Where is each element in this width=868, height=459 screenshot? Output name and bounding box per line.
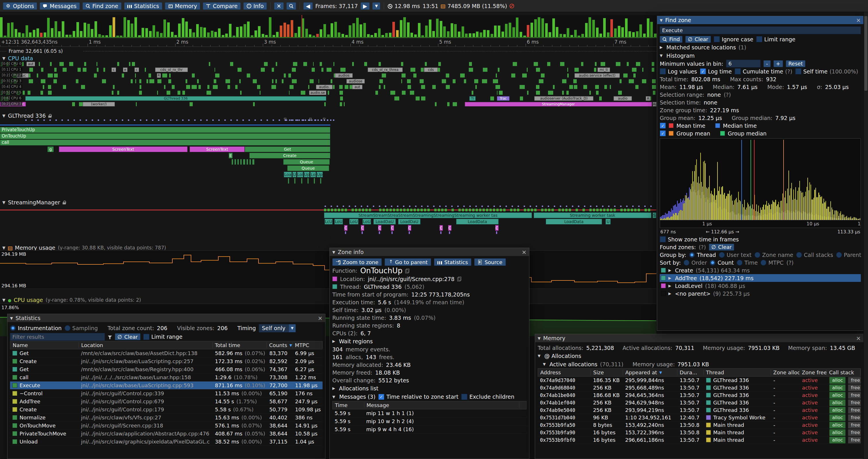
clear-filter-button[interactable]: ∅Clear bbox=[115, 333, 141, 340]
table-row[interactable]: Createjni/../jni/src/guif/Control.cpp:17… bbox=[10, 405, 322, 414]
close-icon[interactable]: × bbox=[856, 17, 861, 23]
zone[interactable] bbox=[294, 178, 296, 184]
column-header-name[interactable]: Name bbox=[10, 342, 79, 348]
free-callstack-button[interactable]: free bbox=[848, 414, 861, 421]
find-zone-titlebar[interactable]: ▼ Find zone × bbox=[657, 16, 863, 24]
group-by-zone-name[interactable] bbox=[754, 252, 760, 258]
active-allocations-toggle[interactable]: ▼Active allocations(70,311)Memory usage:… bbox=[538, 360, 861, 368]
zone[interactable]: Aud bbox=[653, 102, 657, 106]
toolbar-tool-search-icon[interactable] bbox=[286, 2, 296, 10]
clear-button[interactable]: ∅Clear bbox=[685, 36, 711, 43]
sort-by-order[interactable] bbox=[684, 260, 689, 265]
zone[interactable]: Loa bbox=[284, 172, 292, 177]
thread-zone[interactable]: PrivateTouchUp bbox=[0, 127, 330, 133]
column-header-mtpc[interactable]: MTPC bbox=[293, 342, 322, 348]
free-callstack-button[interactable]: free bbox=[848, 384, 861, 391]
self-time-checkbox[interactable] bbox=[795, 68, 801, 74]
zone[interactable]: c bbox=[134, 67, 139, 72]
alloc-callstack-button[interactable]: alloc bbox=[829, 377, 846, 384]
zone[interactable]: Queue bbox=[283, 159, 330, 165]
sort-by-mtpc[interactable] bbox=[761, 260, 766, 265]
section-header-memory-usage[interactable]: ▼Memory usage(y-range: 30.88 KB, visible… bbox=[2, 244, 166, 251]
table-row[interactable]: Normalizejni/../jni/src/claw/vfs/Vfs.cpp… bbox=[10, 414, 322, 422]
alloc-callstack-button[interactable]: alloc bbox=[829, 422, 846, 429]
log-time-checkbox[interactable]: ✓ bbox=[700, 68, 706, 74]
zone[interactable]: Ci bbox=[391, 225, 394, 231]
find-zone-query-input[interactable] bbox=[660, 26, 861, 34]
legend-checkbox[interactable]: ✓ bbox=[660, 130, 666, 136]
zone[interactable]: audio. bbox=[316, 85, 333, 89]
increment-button[interactable]: + bbox=[774, 60, 783, 67]
table-row[interactable]: 0x7553b9fbf016 bytes296,661,186ns13:50.7… bbox=[538, 436, 861, 444]
free-callstack-button[interactable]: free bbox=[848, 422, 861, 429]
show-zone-time-checkbox[interactable] bbox=[660, 236, 666, 242]
found-zone-row[interactable]: ▶AddTree(18,542) 227.19 ms bbox=[660, 274, 861, 282]
decrement-button[interactable]: - bbox=[764, 60, 771, 67]
zone[interactable]: C bbox=[361, 225, 364, 231]
found-zone-row[interactable]: ▶LoadLevel(18) 406.88 µs bbox=[660, 282, 861, 290]
zone[interactable]: audio.se bbox=[309, 91, 326, 95]
zone[interactable]: U bbox=[606, 219, 611, 225]
free-callstack-button[interactable]: free bbox=[848, 392, 861, 399]
zone[interactable] bbox=[246, 159, 248, 165]
column-header-zone-free[interactable]: Zone free bbox=[800, 369, 827, 375]
zone[interactable]: StreamingManager bbox=[465, 102, 652, 106]
zone[interactable]: e bbox=[123, 67, 127, 72]
table-row[interactable]: ~Controljni/../jni/src/guif/Control.cpp:… bbox=[10, 390, 322, 398]
prev-frame-button[interactable]: ◀ bbox=[303, 2, 313, 10]
column-header-thread[interactable]: Thread bbox=[704, 369, 771, 375]
memory-usage-plot[interactable] bbox=[0, 250, 656, 289]
toolbar-button-compare[interactable]: Compare bbox=[203, 2, 241, 10]
zone[interactable]: ScreenText bbox=[190, 146, 245, 152]
thread-zone[interactable]: call bbox=[0, 139, 330, 145]
frame-menu-button[interactable]: ▼ bbox=[372, 2, 380, 10]
zone[interactable]: cds bbox=[424, 67, 438, 72]
toolbar-button-statistics[interactable]: Statistics bbox=[124, 2, 162, 10]
legend-checkbox[interactable]: ✓ bbox=[660, 123, 666, 129]
column-header-message[interactable]: Message bbox=[364, 402, 519, 408]
alloc-callstack-button[interactable]: alloc bbox=[829, 437, 846, 444]
sort-by-time[interactable] bbox=[737, 260, 742, 265]
instrumentation-radio[interactable] bbox=[10, 325, 16, 331]
zone[interactable]: Up bbox=[316, 172, 323, 177]
table-row[interactable]: Get/mnt/e/claw/src/claw/base/AssetDict.h… bbox=[10, 349, 322, 357]
zone[interactable] bbox=[314, 178, 315, 184]
table-row[interactable]: 0x74ab1be040186.68 KB294,645,364ns13:50.… bbox=[538, 392, 861, 399]
wait-regions-toggle[interactable]: ▶Wait regions bbox=[332, 337, 526, 345]
zone[interactable]: cds_ol_rx_threa bbox=[368, 67, 403, 72]
column-header-dura[interactable]: Dura... bbox=[677, 369, 704, 375]
alloc-callstack-button[interactable]: alloc bbox=[829, 407, 846, 414]
zone[interactable]: LcU bbox=[324, 219, 333, 225]
table-row[interactable]: 0x74a9d37040186.35 KB295,999,844ns13:50.… bbox=[538, 376, 861, 384]
zone[interactable]: mi_ti bbox=[597, 67, 610, 72]
zone[interactable]: C bbox=[439, 225, 443, 231]
section-header-glthread-336[interactable]: ▼GLThread 336 bbox=[2, 112, 52, 119]
zone[interactable]: audios bbox=[335, 73, 353, 78]
memory-titlebar[interactable]: ▼ Memory × bbox=[535, 334, 863, 342]
table-row[interactable]: AddTreejni/../jni/src/guif/Control.cpp:6… bbox=[10, 398, 322, 405]
found-zone-row[interactable]: ▶Create(54,131) 643.34 ms bbox=[660, 266, 861, 274]
alloc-callstack-button[interactable]: alloc bbox=[829, 429, 846, 436]
table-row[interactable]: PrivateTouchMovejni/../jni/src/claw/appl… bbox=[10, 430, 322, 438]
zone[interactable] bbox=[240, 159, 242, 165]
zone[interactable]: C bbox=[378, 225, 381, 231]
toolbar-button-info[interactable]: Info bbox=[243, 2, 267, 10]
zone[interactable]: g bbox=[48, 146, 54, 152]
table-row[interactable]: OnTouchMovejni/../jni/src/guif/Screen.cp… bbox=[10, 422, 322, 430]
table-row[interactable]: 0x74ab1ef040256 KB294,629,948ns13:50.7GL… bbox=[538, 399, 861, 406]
zone[interactable]: Ci bbox=[448, 225, 452, 231]
zone[interactable]: GLThread 336 bbox=[25, 96, 326, 101]
time-relative-checkbox[interactable]: ✓ bbox=[378, 394, 384, 400]
group-by-call-stacks[interactable] bbox=[796, 252, 802, 258]
zone-info-titlebar[interactable]: ▼ Zone info × bbox=[330, 248, 529, 256]
limit-range-checkbox[interactable] bbox=[756, 36, 762, 42]
find-button[interactable]: Find bbox=[660, 36, 682, 43]
table-row[interactable]: 0x74ab9e5040256 KB293,994,219ns13:50.7GL… bbox=[538, 406, 861, 414]
zone[interactable]: StreamStreamStreaStreamStreamingStreamin… bbox=[324, 212, 532, 218]
section-header-cpu-usage[interactable]: ▼CPU usage(y-range: 0.78%, visible data … bbox=[2, 297, 141, 303]
zone[interactable] bbox=[307, 178, 309, 184]
free-callstack-button[interactable]: free bbox=[848, 377, 861, 384]
column-header-size[interactable]: Size bbox=[591, 369, 623, 375]
column-header-zone-alloc[interactable]: Zone alloc bbox=[771, 369, 800, 375]
zone[interactable]: LoU bbox=[349, 219, 359, 225]
